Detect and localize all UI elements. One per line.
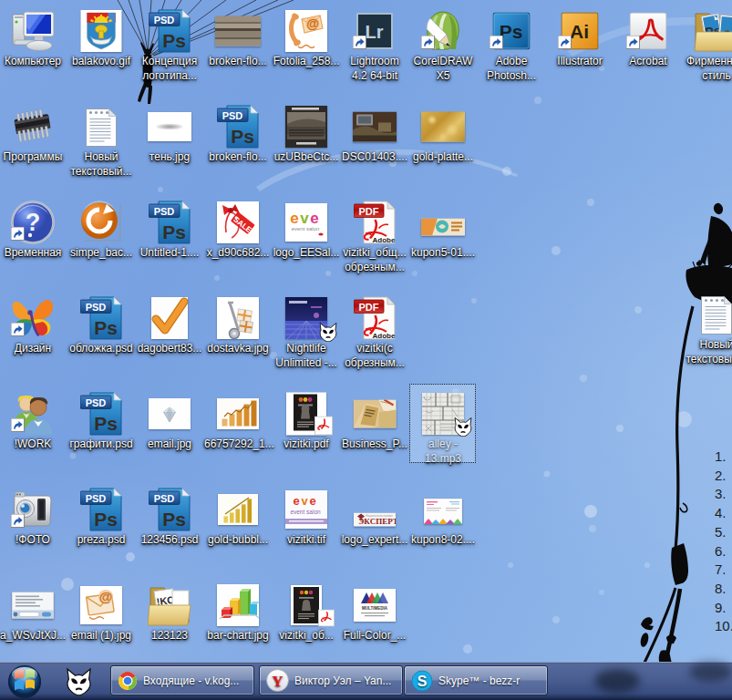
svg-text:?: ? (26, 209, 41, 236)
svg-text:MULTIMEDIA: MULTIMEDIA (362, 606, 388, 611)
svg-text:Lr: Lr (366, 22, 384, 42)
svg-text:v: v (301, 494, 308, 508)
svg-text:event salon: event salon (292, 226, 320, 232)
svg-text:ЭКСПЕРТ: ЭКСПЕРТ (358, 516, 396, 525)
svg-text:Ai: Ai (570, 21, 589, 42)
svg-text:e: e (290, 210, 298, 227)
svg-text:Y: Y (272, 673, 283, 690)
svg-text:event salon: event salon (290, 509, 321, 515)
svg-text:@: @ (306, 16, 319, 31)
svg-text:e: e (310, 210, 318, 227)
svg-text:@: @ (99, 589, 113, 604)
svg-text:e: e (309, 494, 315, 508)
svg-text:Национальная премия: Национальная премия (366, 513, 393, 517)
svg-text:e: e (293, 494, 299, 508)
svg-text:S: S (418, 673, 428, 688)
svg-text:v: v (300, 210, 309, 227)
